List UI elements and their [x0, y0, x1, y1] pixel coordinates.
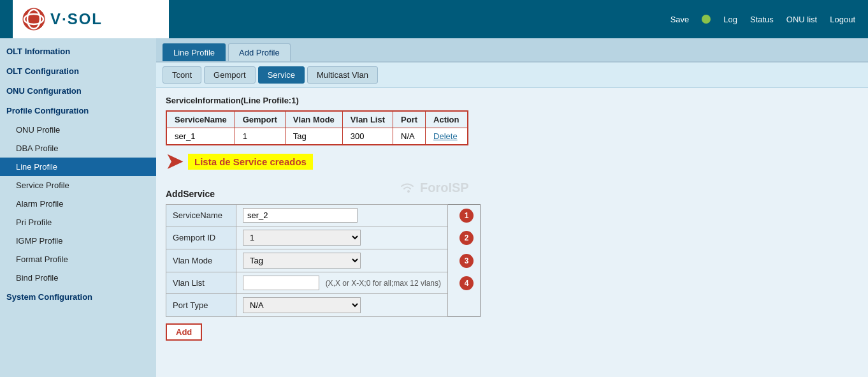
tab-gemport[interactable]: Gemport — [204, 66, 256, 84]
main-layout: OLT Information OLT Configuration ONU Co… — [0, 38, 868, 377]
svg-point-0 — [23, 8, 45, 30]
save-button[interactable]: Save — [670, 15, 690, 24]
col-vlan-list: Vlan List — [342, 111, 393, 128]
sidebar-item-igmp-profile[interactable]: IGMP Profile — [0, 232, 156, 250]
col-vlan-mode: Vlan Mode — [285, 111, 342, 128]
sidebar-item-pri-profile[interactable]: Pri Profile — [0, 213, 156, 232]
sidebar: OLT Information OLT Configuration ONU Co… — [0, 38, 156, 377]
header-right: Save Log Status ONU list Logout — [670, 15, 855, 24]
sidebar-item-onu-configuration[interactable]: ONU Configuration — [0, 81, 156, 101]
tab-line-profile[interactable]: Line Profile — [163, 43, 226, 61]
content-area: Line Profile Add Profile Tcont Gemport S… — [156, 38, 868, 377]
table-header-row: ServiceName Gemport Vlan Mode Vlan List … — [166, 111, 468, 128]
col-service-name: ServiceName — [166, 111, 235, 128]
tab-service[interactable]: Service — [258, 66, 305, 84]
vlan-list-input[interactable] — [243, 276, 319, 290]
service-info-section: ServiceInformation(Line Profile:1) Servi… — [156, 88, 868, 181]
annotation-area: ➤ Lista de Service creados — [166, 149, 858, 174]
circle-num-1: 1 — [459, 209, 474, 223]
empty-circle-cell — [448, 294, 481, 317]
status-dot — [702, 15, 711, 24]
gemport-id-select[interactable]: 1 2 3 — [243, 230, 361, 246]
circle-2-cell: 2 — [448, 226, 481, 249]
log-link[interactable]: Log — [723, 15, 737, 24]
cell-service-name-input — [236, 205, 448, 226]
circle-num-3: 3 — [459, 254, 474, 268]
cell-gemport: 1 — [235, 128, 285, 145]
inner-tab-bar: Tcont Gemport Service Multicast Vlan — [156, 63, 868, 88]
form-row-gemport-id: Gemport ID 1 2 3 2 — [166, 226, 481, 249]
sidebar-item-bind-profile[interactable]: Bind Profile — [0, 269, 156, 287]
cell-vlan-mode: Tag — [285, 128, 342, 145]
sidebar-item-olt-configuration[interactable]: OLT Configuration — [0, 61, 156, 81]
sidebar-item-line-profile[interactable]: Line Profile — [0, 158, 156, 176]
logo-area: V·SOL — [13, 0, 169, 38]
top-tab-bar: Line Profile Add Profile — [156, 38, 868, 63]
table-row: ser_1 1 Tag 300 N/A Delete — [166, 128, 468, 145]
add-service-title: AddService — [166, 189, 858, 199]
col-gemport: Gemport — [235, 111, 285, 128]
header: V·SOL Save Log Status ONU list Logout — [0, 0, 868, 38]
cell-port: N/A — [393, 128, 426, 145]
service-table: ServiceName Gemport Vlan Mode Vlan List … — [166, 110, 468, 145]
service-name-input[interactable] — [243, 208, 358, 223]
vlan-list-hint: (X,X or X-X;0 for all;max 12 vlans) — [326, 279, 441, 288]
label-vlan-mode: Vlan Mode — [166, 249, 236, 272]
form-row-vlan-list: Vlan List (X,X or X-X;0 for all;max 12 v… — [166, 272, 481, 294]
form-row-port-type: Port Type N/A ETH VEIP — [166, 294, 481, 317]
cell-gemport-id-select: 1 2 3 — [236, 226, 448, 249]
cell-vlan-list-input: (X,X or X-X;0 for all;max 12 vlans) — [236, 272, 448, 294]
label-service-name: ServiceName — [166, 205, 236, 226]
label-vlan-list: Vlan List — [166, 272, 236, 294]
logout-link[interactable]: Logout — [830, 15, 855, 24]
label-gemport-id: Gemport ID — [166, 226, 236, 249]
delete-link[interactable]: Delete — [433, 131, 458, 141]
sidebar-item-alarm-profile[interactable]: Alarm Profile — [0, 195, 156, 213]
tab-multicast-vlan[interactable]: Multicast Vlan — [307, 66, 378, 84]
sidebar-item-olt-information[interactable]: OLT Information — [0, 41, 156, 61]
form-row-service-name: ServiceName 1 — [166, 205, 481, 226]
cell-vlan-mode-select: Tag Transparent Translation — [236, 249, 448, 272]
cell-service-name: ser_1 — [166, 128, 235, 145]
sidebar-item-onu-profile[interactable]: ONU Profile — [0, 121, 156, 139]
form-row-vlan-mode: Vlan Mode Tag Transparent Translation 3 — [166, 249, 481, 272]
status-link[interactable]: Status — [750, 15, 774, 24]
vlan-mode-select[interactable]: Tag Transparent Translation — [243, 253, 361, 269]
col-action: Action — [426, 111, 468, 128]
label-port-type: Port Type — [166, 294, 236, 317]
sidebar-item-service-profile[interactable]: Service Profile — [0, 176, 156, 195]
add-service-form: ServiceName 1 Gemport ID — [166, 204, 481, 317]
circle-4-cell: 4 — [448, 272, 481, 294]
onu-list-link[interactable]: ONU list — [786, 15, 817, 24]
service-info-title: ServiceInformation(Line Profile:1) — [166, 96, 858, 105]
port-type-select[interactable]: N/A ETH VEIP — [243, 297, 361, 313]
add-button[interactable]: Add — [166, 323, 202, 341]
sidebar-item-format-profile[interactable]: Format Profile — [0, 250, 156, 269]
circle-num-2: 2 — [459, 231, 474, 245]
annotation-label: Lista de Service creados — [188, 154, 313, 170]
circle-1-cell: 1 — [448, 205, 481, 226]
cell-port-type-select: N/A ETH VEIP — [236, 294, 448, 317]
sidebar-item-system-configuration[interactable]: System Configuration — [0, 287, 156, 307]
col-port: Port — [393, 111, 426, 128]
tab-add-profile[interactable]: Add Profile — [228, 43, 291, 61]
logo-text: V·SOL — [50, 10, 103, 28]
sidebar-item-dba-profile[interactable]: DBA Profile — [0, 139, 156, 158]
circle-num-4: 4 — [459, 276, 474, 290]
sidebar-item-profile-configuration[interactable]: Profile Configuration — [0, 101, 156, 121]
cell-vlan-list: 300 — [342, 128, 393, 145]
tab-tcont[interactable]: Tcont — [163, 66, 201, 84]
add-service-section: AddService ServiceName 1 — [156, 181, 868, 348]
vsol-logo-icon — [22, 8, 45, 31]
circle-3-cell: 3 — [448, 249, 481, 272]
arrow-right-icon: ➤ — [166, 149, 183, 174]
